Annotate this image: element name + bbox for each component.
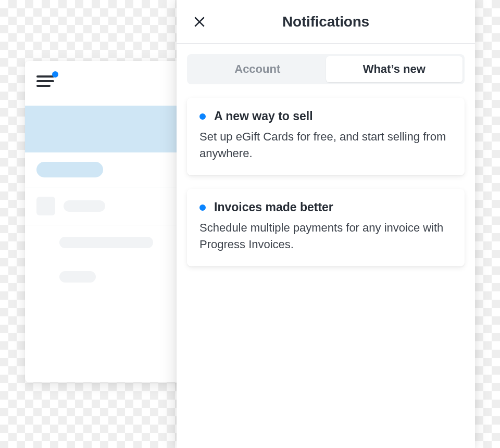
unread-dot-icon (199, 113, 206, 120)
notifications-panel: Notifications Account What’s new A new w… (177, 0, 475, 448)
notification-card[interactable]: A new way to sell Set up eGift Cards for… (187, 98, 465, 175)
tab-bar: Account What’s new (187, 54, 465, 84)
skeleton-square (36, 197, 55, 215)
close-button[interactable] (190, 12, 209, 31)
notification-title: A new way to sell (214, 109, 452, 123)
notification-dot-icon (52, 71, 58, 78)
notification-title: Invoices made better (214, 200, 452, 214)
tab-account[interactable]: Account (189, 56, 326, 82)
menu-icon[interactable] (36, 75, 54, 87)
unread-dot-icon (199, 204, 206, 211)
close-icon (193, 15, 206, 29)
skeleton-pill (36, 162, 103, 177)
skeleton-pill (59, 271, 96, 283)
notification-card[interactable]: Invoices made better Schedule multiple p… (187, 189, 465, 266)
tab-whats-new[interactable]: What’s new (326, 56, 463, 82)
skeleton-pill (59, 237, 153, 248)
skeleton-pill (64, 200, 105, 212)
notification-body: Schedule multiple payments for any invoi… (199, 220, 452, 253)
panel-title: Notifications (177, 14, 475, 30)
notification-body: Set up eGift Cards for free, and start s… (199, 129, 452, 162)
notification-list: A new way to sell Set up eGift Cards for… (177, 84, 475, 280)
panel-header: Notifications (177, 0, 475, 44)
